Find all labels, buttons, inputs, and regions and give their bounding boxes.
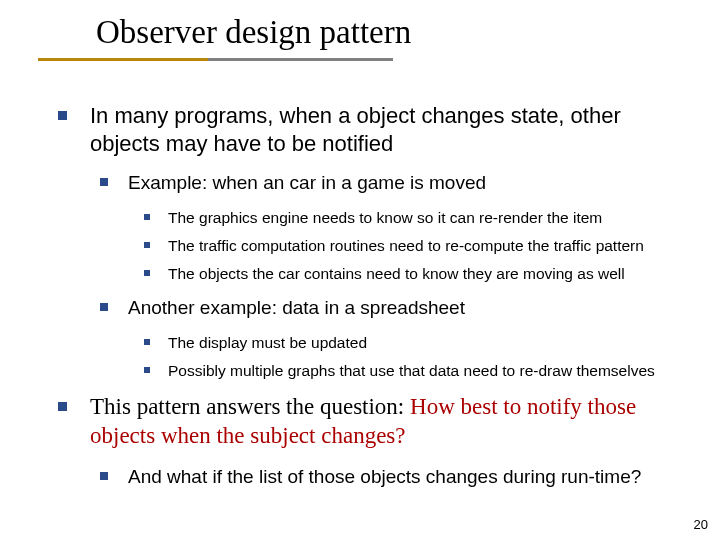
slide-title: Observer design pattern [96,14,411,51]
list-item: In many programs, when a object changes … [58,102,678,381]
title-underline [38,58,393,61]
list-item: The graphics engine needs to know so it … [144,208,678,228]
bullet-square-icon [144,367,150,373]
bullet-square-icon [144,242,150,248]
list-item: Another example: data in a spreadsheet T… [100,296,678,381]
bullet-text: In many programs, when a object changes … [90,103,621,156]
bullet-text: Another example: data in a spreadsheet [128,297,465,318]
bullet-square-icon [100,472,108,480]
bullet-text: Example: when an car in a game is moved [128,172,486,193]
list-item: The display must be updated [144,333,678,353]
bullet-square-icon [100,178,108,186]
bullet-list-level2: And what if the list of those objects ch… [90,465,678,490]
page-number: 20 [694,517,708,532]
bullet-text: And what if the list of those objects ch… [128,466,641,487]
bullet-text: The graphics engine needs to know so it … [168,209,602,226]
bullet-list-level3: The graphics engine needs to know so it … [128,208,678,284]
list-item: Example: when an car in a game is moved … [100,171,678,284]
slide: Observer design pattern In many programs… [0,0,720,540]
bullet-text: The traffic computation routines need to… [168,237,644,254]
bullet-list-level2: Example: when an car in a game is moved … [90,171,678,381]
list-item: The traffic computation routines need to… [144,236,678,256]
slide-body: In many programs, when a object changes … [58,102,678,501]
question-prefix: This pattern answers the question: [90,394,410,419]
bullet-text-question: This pattern answers the question: How b… [90,394,636,448]
list-item: The objects the car contains need to kno… [144,264,678,284]
bullet-text: The display must be updated [168,334,367,351]
bullet-square-icon [144,214,150,220]
bullet-square-icon [144,339,150,345]
bullet-list-level3: The display must be updated Possibly mul… [128,333,678,381]
bullet-square-icon [100,303,108,311]
bullet-list-level1: In many programs, when a object changes … [58,102,678,489]
list-item: And what if the list of those objects ch… [100,465,678,490]
bullet-square-icon [144,270,150,276]
list-item: Possibly multiple graphs that use that d… [144,361,678,381]
bullet-text: The objects the car contains need to kno… [168,265,625,282]
bullet-square-icon [58,402,67,411]
list-item: This pattern answers the question: How b… [58,393,678,489]
bullet-text: Possibly multiple graphs that use that d… [168,362,655,379]
bullet-square-icon [58,111,67,120]
